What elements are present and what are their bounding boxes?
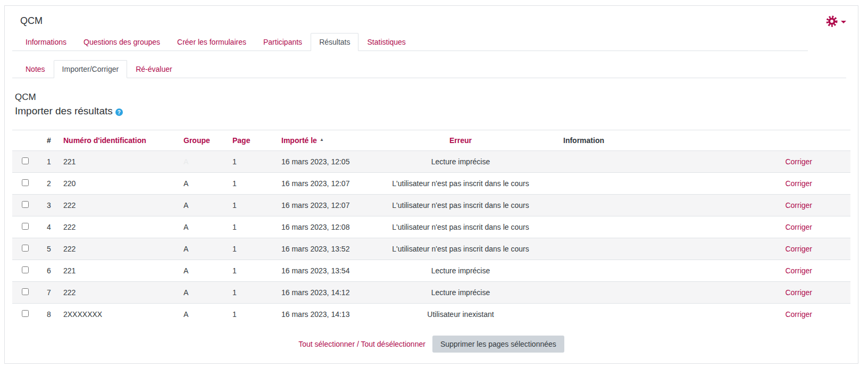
header-page: Page	[228, 130, 277, 151]
section-subtitle-text: Importer des résultats	[15, 105, 113, 117]
row-imported: 16 mars 2023, 12:07	[277, 173, 373, 195]
row-checkbox[interactable]	[22, 266, 29, 273]
row-action-cell: Corriger	[713, 216, 850, 238]
sort-asc-icon: ▲	[320, 137, 324, 142]
row-page: 1	[228, 151, 277, 173]
gear-icon	[826, 15, 838, 27]
row-number: 7	[39, 282, 59, 304]
table-row: 5 222 A 1 16 mars 2023, 13:52 L'utilisat…	[12, 238, 850, 260]
row-page: 1	[228, 195, 277, 216]
row-error: Lecture imprécise	[373, 151, 548, 173]
corriger-link[interactable]: Corriger	[785, 201, 812, 210]
tab-participants[interactable]: Participants	[255, 33, 311, 51]
header-importe-le: Importé le▲	[277, 130, 373, 151]
row-info	[548, 195, 713, 216]
tab-informations[interactable]: Informations	[17, 33, 75, 51]
row-group: A	[179, 173, 228, 195]
header-numero-identification: Numéro d'identification	[59, 130, 179, 151]
row-info	[548, 151, 713, 173]
corriger-link[interactable]: Corriger	[785, 288, 812, 297]
row-id: 222	[59, 216, 179, 238]
select-links: Tout sélectionner / Tout désélectionner	[298, 340, 425, 348]
row-error: L'utilisateur n'est pas inscrit dans le …	[373, 238, 548, 260]
row-info	[548, 282, 713, 304]
page-title: QCM	[20, 15, 43, 27]
row-select-cell	[12, 238, 39, 260]
row-group: A	[179, 260, 228, 282]
row-select-cell	[12, 216, 39, 238]
row-number: 3	[39, 195, 59, 216]
corriger-link[interactable]: Corriger	[785, 179, 812, 188]
corriger-link[interactable]: Corriger	[785, 223, 812, 231]
row-checkbox[interactable]	[22, 288, 29, 295]
row-number: 8	[39, 304, 59, 325]
sort-link-erreur[interactable]: Erreur	[449, 136, 472, 145]
row-imported: 16 mars 2023, 12:07	[277, 195, 373, 216]
row-id: 222	[59, 282, 179, 304]
table-header-row: # Numéro d'identification Groupe Page Im…	[12, 130, 850, 151]
row-checkbox[interactable]	[22, 245, 29, 252]
table-row: 4 222 A 1 16 mars 2023, 12:08 L'utilisat…	[12, 216, 850, 238]
row-action-cell: Corriger	[713, 195, 850, 216]
row-number: 4	[39, 216, 59, 238]
row-error: Utilisateur inexistant	[373, 304, 548, 325]
results-table-body: 1 221 A 1 16 mars 2023, 12:05 Lecture im…	[12, 151, 850, 325]
page-header: QCM	[12, 13, 850, 33]
row-group: A	[179, 216, 228, 238]
caret-down-icon	[841, 21, 846, 23]
corriger-link[interactable]: Corriger	[785, 245, 812, 253]
table-row: 6 221 A 1 16 mars 2023, 13:54 Lecture im…	[12, 260, 850, 282]
row-group: A	[179, 151, 228, 173]
header-groupe: Groupe	[179, 130, 228, 151]
delete-selected-pages-button[interactable]: Supprimer les pages sélectionnées	[432, 336, 564, 353]
tab-importer-corriger[interactable]: Importer/Corriger	[54, 60, 128, 78]
tab-creer-les-formulaires[interactable]: Créer les formulaires	[169, 33, 255, 51]
sort-link-importe-le[interactable]: Importé le	[281, 136, 317, 145]
deselect-all-link[interactable]: Tout désélectionner	[361, 340, 425, 348]
row-checkbox[interactable]	[22, 157, 29, 164]
link-separator: /	[357, 340, 359, 348]
row-checkbox[interactable]	[22, 310, 29, 317]
question-circle-icon[interactable]: ?	[115, 108, 123, 116]
row-error: Lecture imprécise	[373, 260, 548, 282]
row-number: 1	[39, 151, 59, 173]
row-imported: 16 mars 2023, 14:12	[277, 282, 373, 304]
tab-questions-des-groupes[interactable]: Questions des groupes	[75, 33, 169, 51]
sort-link-groupe[interactable]: Groupe	[183, 136, 210, 145]
row-info	[548, 260, 713, 282]
table-row: 1 221 A 1 16 mars 2023, 12:05 Lecture im…	[12, 151, 850, 173]
tab-statistiques[interactable]: Statistiques	[358, 33, 414, 51]
corriger-link[interactable]: Corriger	[785, 310, 812, 319]
row-number: 6	[39, 260, 59, 282]
row-select-cell	[12, 260, 39, 282]
row-error: L'utilisateur n'est pas inscrit dans le …	[373, 195, 548, 216]
row-action-cell: Corriger	[713, 151, 850, 173]
row-checkbox[interactable]	[22, 201, 29, 208]
row-checkbox[interactable]	[22, 223, 29, 230]
row-action-cell: Corriger	[713, 282, 850, 304]
row-id: 221	[59, 151, 179, 173]
select-all-link[interactable]: Tout sélectionner	[298, 340, 355, 348]
corriger-link[interactable]: Corriger	[785, 266, 812, 275]
tab-re-evaluer[interactable]: Ré-évaluer	[127, 60, 180, 78]
tab-resultats[interactable]: Résultats	[311, 33, 358, 51]
row-error: L'utilisateur n'est pas inscrit dans le …	[373, 173, 548, 195]
table-row: 8 2XXXXXXX A 1 16 mars 2023, 14:13 Utili…	[12, 304, 850, 325]
sort-link-numero-identification[interactable]: Numéro d'identification	[63, 136, 146, 145]
settings-menu-toggle[interactable]	[826, 15, 846, 27]
row-imported: 16 mars 2023, 13:54	[277, 260, 373, 282]
sort-link-page[interactable]: Page	[232, 136, 250, 145]
tab-notes[interactable]: Notes	[17, 60, 54, 78]
row-action-cell: Corriger	[713, 238, 850, 260]
row-page: 1	[228, 238, 277, 260]
row-info	[548, 238, 713, 260]
row-imported: 16 mars 2023, 14:13	[277, 304, 373, 325]
row-page: 1	[228, 260, 277, 282]
row-number: 2	[39, 173, 59, 195]
row-select-cell	[12, 304, 39, 325]
header-information: Information	[548, 130, 713, 151]
row-checkbox[interactable]	[22, 179, 29, 186]
corriger-link[interactable]: Corriger	[785, 157, 812, 166]
row-select-cell	[12, 195, 39, 216]
row-error: L'utilisateur n'est pas inscrit dans le …	[373, 216, 548, 238]
